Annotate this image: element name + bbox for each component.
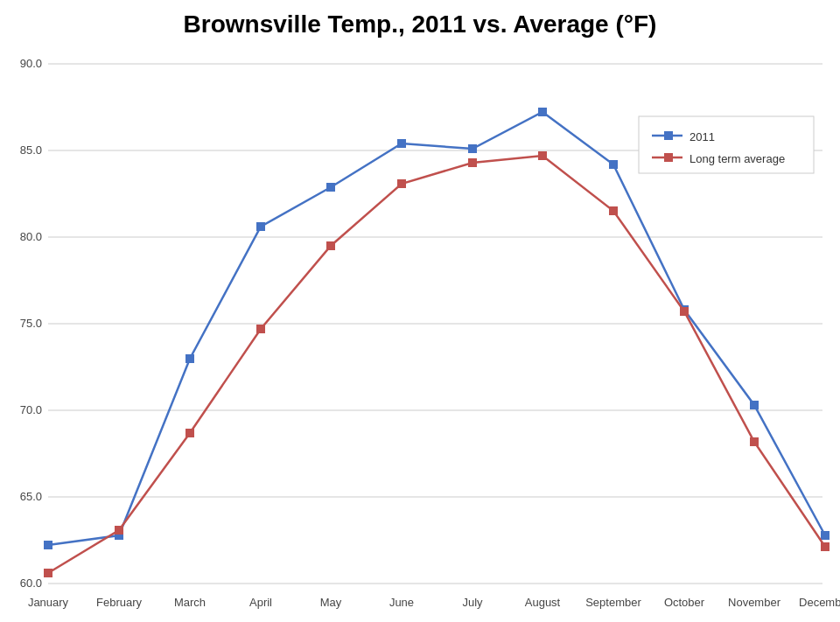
point-avg-jun — [397, 179, 406, 188]
point-2011-mar — [186, 354, 194, 363]
point-2011-may — [326, 183, 335, 192]
point-2011-jul — [468, 144, 477, 153]
svg-text:February: February — [96, 596, 143, 609]
point-avg-oct — [680, 307, 689, 316]
point-avg-jul — [468, 158, 477, 167]
point-2011-aug — [538, 108, 547, 116]
svg-text:October: October — [664, 596, 705, 609]
svg-text:March: March — [174, 596, 206, 609]
svg-text:May: May — [320, 596, 342, 609]
svg-text:December: December — [799, 596, 840, 609]
point-2011-jun — [397, 139, 406, 148]
svg-text:July: July — [462, 596, 483, 609]
point-avg-feb — [115, 526, 123, 535]
legend-avg-icon — [664, 153, 673, 162]
legend-2011-icon — [664, 131, 673, 140]
svg-text:65.0: 65.0 — [20, 490, 42, 503]
legend-2011-label: 2011 — [690, 130, 715, 143]
chart-svg: 90.0 85.0 80.0 75.0 70.0 65.0 60.0 Janua… — [0, 51, 840, 622]
chart-title: Brownsville Temp., 2011 vs. Average (°F) — [0, 0, 840, 45]
point-2011-apr — [256, 222, 265, 231]
point-avg-sep — [609, 206, 618, 215]
svg-text:70.0: 70.0 — [20, 403, 42, 416]
point-2011-dec — [821, 531, 830, 540]
point-avg-mar — [186, 429, 194, 437]
point-avg-jan — [44, 569, 52, 577]
svg-text:January: January — [28, 596, 69, 609]
svg-text:60.0: 60.0 — [20, 577, 42, 590]
svg-text:August: August — [525, 596, 561, 609]
chart-area: 90.0 85.0 80.0 75.0 70.0 65.0 60.0 Janua… — [0, 51, 840, 622]
point-avg-apr — [256, 325, 265, 333]
svg-text:90.0: 90.0 — [20, 57, 42, 70]
point-avg-may — [326, 241, 335, 250]
svg-text:April: April — [249, 596, 272, 609]
svg-text:75.0: 75.0 — [20, 317, 42, 330]
point-avg-dec — [821, 542, 830, 551]
point-2011-nov — [750, 401, 759, 409]
svg-text:September: September — [585, 596, 641, 609]
point-2011-sep — [609, 160, 618, 169]
svg-text:November: November — [728, 596, 781, 609]
point-avg-aug — [538, 151, 547, 160]
legend-avg-label: Long term average — [690, 152, 785, 165]
svg-text:80.0: 80.0 — [20, 230, 42, 243]
svg-text:85.0: 85.0 — [20, 143, 42, 157]
point-avg-nov — [750, 437, 759, 446]
chart-container: Brownsville Temp., 2011 vs. Average (°F) — [0, 0, 840, 622]
point-2011-jan — [44, 541, 52, 549]
svg-text:June: June — [389, 596, 414, 609]
